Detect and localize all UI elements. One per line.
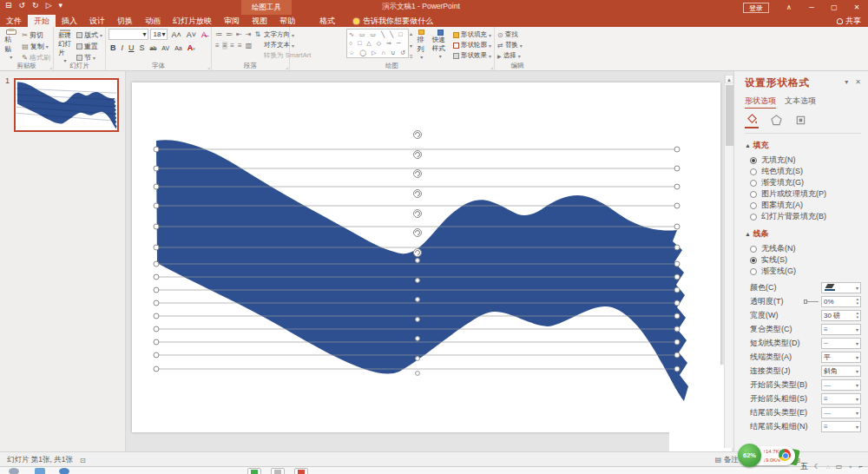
- gallery-down-icon[interactable]: ▾: [410, 43, 413, 49]
- midpoint-handle[interactable]: [416, 318, 420, 322]
- slide-thumbnail[interactable]: [14, 78, 119, 132]
- ribbon-tab-7[interactable]: 审阅: [218, 15, 246, 27]
- customize-qat-icon[interactable]: ▾: [59, 1, 63, 10]
- paragraph-dialog-launcher[interactable]: ⌟: [286, 63, 288, 69]
- shape-effects-button[interactable]: 形状效果▾: [453, 51, 491, 60]
- selection-handle[interactable]: [154, 326, 159, 332]
- tools-icon[interactable]: ⌐: [858, 463, 863, 471]
- pane-field-control-5[interactable]: 平▾: [821, 352, 861, 363]
- pane-field-control-8[interactable]: ≡▾: [821, 393, 861, 405]
- selection-handle[interactable]: [154, 339, 159, 345]
- cut-button[interactable]: ✂剪切: [22, 30, 50, 40]
- selection-handle[interactable]: [674, 274, 680, 280]
- pin-icon[interactable]: ✦: [848, 464, 852, 470]
- layout-button[interactable]: 版式▾: [76, 30, 102, 40]
- selection-handle[interactable]: [154, 313, 159, 319]
- selection-handle[interactable]: [154, 300, 159, 306]
- minimize-icon[interactable]: ─: [800, 0, 823, 15]
- ribbon-tab-3[interactable]: 设计: [83, 15, 111, 27]
- copy-button[interactable]: ▤复制▾: [22, 42, 50, 51]
- replace-button[interactable]: ⇄替换▾: [497, 41, 523, 49]
- find-button[interactable]: ⊙查找: [497, 30, 523, 39]
- freeform-wave-shape[interactable]: [156, 140, 688, 401]
- shape-outline-button[interactable]: 形状轮廓▾: [453, 41, 491, 49]
- fill-section-header[interactable]: ▲ 填充: [745, 140, 861, 151]
- taskbar-app-icon[interactable]: [35, 468, 45, 474]
- align-center-icon[interactable]: ≡: [222, 42, 228, 49]
- drawing-dialog-launcher[interactable]: ⌟: [490, 63, 493, 69]
- canvas-scrollbar[interactable]: ▲: [724, 75, 733, 448]
- align-left-icon[interactable]: ≡: [214, 42, 220, 49]
- fill-option-4[interactable]: 图案填充(A): [745, 200, 861, 211]
- ribbon-tab-4[interactable]: 切换: [111, 15, 139, 27]
- redo-icon[interactable]: ↻: [32, 1, 39, 10]
- transparency-slider[interactable]: [805, 301, 819, 302]
- spinner-arrows-icon[interactable]: ▴▾: [856, 311, 858, 319]
- selection-handle[interactable]: [674, 224, 680, 229]
- fill-option-0[interactable]: 无填充(N): [745, 155, 861, 166]
- notes-button[interactable]: ▤ 备注: [715, 455, 739, 465]
- selection-handle[interactable]: [154, 147, 159, 152]
- change-case-button[interactable]: Aa: [173, 45, 184, 51]
- taskbar-app-icon[interactable]: [294, 468, 308, 474]
- pane-field-control-0[interactable]: ▾: [821, 282, 861, 293]
- selection-handle[interactable]: [674, 166, 680, 171]
- midpoint-handle[interactable]: [416, 372, 420, 376]
- tell-me-box[interactable]: 告诉我你想要做什么: [353, 16, 433, 27]
- midpoint-handle[interactable]: [416, 298, 420, 302]
- line-option-2[interactable]: 渐变线(G): [745, 266, 861, 277]
- selection-handle[interactable]: [154, 203, 159, 208]
- selection-handle[interactable]: [154, 184, 159, 189]
- slide-canvas[interactable]: ▲: [126, 71, 733, 451]
- rotation-handle[interactable]: [414, 131, 422, 139]
- fill-option-3[interactable]: 图片或纹理填充(P): [745, 188, 861, 200]
- speed-monitor-widget[interactable]: ↑14.7K/s ↓9.0K/s 62%: [738, 444, 795, 468]
- decrease-indent-icon[interactable]: ⇤: [235, 30, 243, 38]
- font-color-button[interactable]: A▾: [186, 43, 197, 52]
- selection-handle[interactable]: [674, 147, 680, 152]
- selection-handle[interactable]: [674, 287, 680, 293]
- reset-button[interactable]: 重置: [76, 42, 102, 51]
- strikethrough-button[interactable]: ab: [148, 45, 159, 51]
- selection-handle[interactable]: [154, 366, 159, 372]
- shrink-font-button[interactable]: A˅: [185, 30, 198, 39]
- midpoint-handle[interactable]: [416, 279, 420, 283]
- font-dialog-launcher[interactable]: ⌟: [207, 63, 210, 69]
- shape-fill-button[interactable]: 形状填充▾: [453, 30, 491, 39]
- memory-ball[interactable]: 62%: [738, 444, 761, 467]
- taskbar-app-icon[interactable]: [59, 468, 69, 474]
- selection-handle[interactable]: [674, 245, 680, 250]
- selection-handle[interactable]: [674, 313, 680, 319]
- selection-handle[interactable]: [154, 287, 159, 293]
- ribbon-tab-6[interactable]: 幻灯片放映: [167, 15, 218, 27]
- start-button[interactable]: [9, 468, 19, 474]
- select-button[interactable]: ▶选择▾: [497, 51, 523, 60]
- rotation-handle[interactable]: [414, 210, 422, 218]
- font-name-combo[interactable]: ▾: [108, 29, 148, 40]
- bold-button[interactable]: B: [108, 43, 118, 52]
- fill-line-icon[interactable]: [745, 114, 759, 128]
- selection-handle[interactable]: [154, 245, 159, 250]
- size-properties-icon[interactable]: [793, 115, 807, 128]
- ribbon-tab-10[interactable]: 格式: [313, 15, 341, 27]
- share-button[interactable]: 共享: [837, 16, 861, 27]
- selection-handle[interactable]: [154, 352, 159, 358]
- midpoint-handle[interactable]: [416, 357, 420, 361]
- rotation-handle[interactable]: [414, 249, 422, 257]
- rotation-handle[interactable]: [414, 229, 422, 237]
- selection-handle[interactable]: [674, 203, 680, 208]
- save-icon[interactable]: ⊟: [5, 1, 12, 10]
- pane-field-control-3[interactable]: ≡▾: [821, 324, 861, 335]
- tab-shape-options[interactable]: 形状选项: [745, 95, 776, 109]
- selection-handle[interactable]: [154, 166, 159, 171]
- accessibility-icon[interactable]: ⊡: [80, 457, 86, 464]
- undo-icon[interactable]: ↺: [19, 1, 26, 10]
- justify-icon[interactable]: ≡: [237, 42, 243, 49]
- char-spacing-button[interactable]: AV: [160, 45, 171, 51]
- monitor-icon[interactable]: ▭: [836, 463, 843, 471]
- selection-handle[interactable]: [154, 274, 159, 280]
- ribbon-tab-5[interactable]: 动画: [139, 15, 167, 27]
- italic-button[interactable]: I: [120, 43, 126, 52]
- moon-icon[interactable]: ☾: [814, 463, 820, 471]
- selection-handle[interactable]: [674, 366, 680, 372]
